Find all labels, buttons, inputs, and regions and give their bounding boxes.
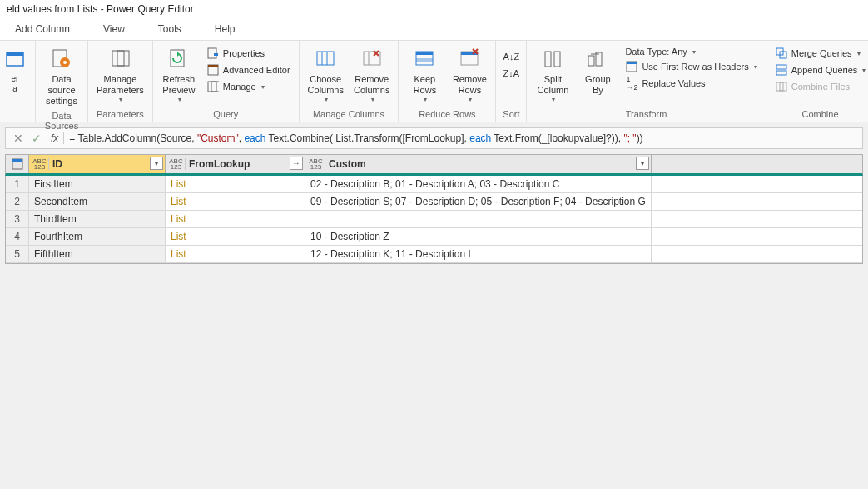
keep-rows-label: Keep Rows [414, 74, 437, 96]
first-row-headers-button[interactable]: Use First Row as Headers [622, 59, 760, 74]
column-filter-button[interactable]: ▾ [150, 157, 163, 170]
cell-fromlookup[interactable]: List [166, 228, 305, 245]
keep-rows-button[interactable]: Keep Rows [404, 44, 445, 106]
remove-columns-button[interactable]: Remove Columns [350, 44, 393, 106]
refresh-preview-button[interactable]: Refresh Preview [158, 44, 200, 106]
formula-bar: ✕ ✓ fx = Table.AddColumn(Source, "Custom… [5, 127, 863, 149]
choose-columns-button[interactable]: Choose Columns [305, 44, 347, 106]
merge-queries-button[interactable]: Merge Queries [771, 46, 868, 61]
data-type-button[interactable]: Data Type: Any [622, 46, 760, 57]
properties-label: Properties [223, 48, 265, 58]
combine-files-button[interactable]: Combine Files [771, 79, 868, 94]
cell-id[interactable]: SecondItem [29, 193, 166, 210]
table-row[interactable]: 5FifthItemList12 - Description K; 11 - D… [6, 246, 862, 263]
tab-add-column[interactable]: Add Column [8, 18, 77, 40]
group-by-button[interactable]: Group By [577, 44, 618, 97]
grid-icon [2, 46, 28, 72]
formula-text: )) [637, 132, 643, 144]
cell-fromlookup[interactable]: List [166, 193, 305, 210]
replace-icon: 1→2 [625, 77, 638, 90]
svg-rect-24 [545, 52, 551, 67]
formula-input[interactable]: = Table.AddColumn(Source, "Custom", each… [64, 132, 859, 144]
svg-rect-14 [317, 52, 334, 65]
data-grid: ABC 123 ID ▾ ABC 123 FromLookup ↔ ABC 12… [5, 154, 863, 264]
parameters-icon [107, 46, 133, 72]
group-label [0, 107, 30, 122]
grid-body: 1FirstItemList02 - Description B; 01 - D… [5, 176, 863, 264]
sort-desc-icon: Z↓A [504, 67, 518, 80]
svg-rect-5 [112, 51, 124, 66]
tab-help[interactable]: Help [208, 18, 242, 40]
table-row[interactable]: 1FirstItemList02 - Description B; 01 - D… [6, 176, 862, 193]
svg-rect-12 [208, 82, 216, 92]
expand-column-button[interactable]: ↔ [290, 157, 303, 170]
cell-id[interactable]: ThirdItem [29, 211, 166, 227]
row-number: 3 [6, 211, 29, 227]
manage-button[interactable]: Manage [203, 79, 294, 94]
sort-asc-button[interactable]: A↓Z [501, 49, 521, 64]
enter-data-label: era [12, 74, 19, 94]
ribbon-tabs: Add Column View Tools Help [0, 18, 868, 41]
svg-rect-29 [627, 62, 637, 64]
append-icon [775, 63, 788, 77]
formula-cancel-button[interactable]: ✕ [9, 132, 27, 145]
fx-icon[interactable]: fx [46, 132, 64, 144]
cell-custom[interactable] [305, 211, 652, 227]
svg-rect-20 [416, 52, 433, 55]
remove-rows-button[interactable]: Remove Rows [449, 44, 490, 106]
advanced-editor-button[interactable]: Advanced Editor [203, 62, 294, 77]
sort-desc-button[interactable]: Z↓A [501, 66, 521, 81]
replace-values-button[interactable]: 1→2 Replace Values [622, 76, 760, 91]
table-row[interactable]: 3ThirdItemList [6, 211, 862, 228]
merge-label: Merge Queries [791, 48, 852, 58]
cell-id[interactable]: FourthItem [29, 228, 166, 245]
data-source-settings-button[interactable]: Data source settings [41, 44, 82, 109]
manage-parameters-button[interactable]: Manage Parameters [93, 44, 147, 106]
ribbon: era Data source settings Data Sources Ma… [0, 41, 868, 122]
type-any-icon: ABC 123 [309, 158, 325, 170]
grid-header-row: ABC 123 ID ▾ ABC 123 FromLookup ↔ ABC 12… [5, 154, 863, 176]
cell-custom[interactable]: 10 - Description Z [305, 228, 652, 245]
merge-icon [775, 47, 788, 60]
group-query: Query [158, 107, 294, 122]
column-title: FromLookup [189, 158, 250, 170]
row-number: 2 [6, 193, 29, 210]
cell-custom[interactable]: 09 - Description S; 07 - Description D; … [305, 193, 652, 210]
row-number: 4 [6, 228, 29, 245]
table-row[interactable]: 4FourthItemList10 - Description Z [6, 228, 862, 246]
enter-data-button[interactable]: era [0, 44, 30, 96]
table-options-button[interactable] [6, 155, 29, 173]
tab-view[interactable]: View [97, 18, 131, 40]
type-any-icon: ABC 123 [32, 158, 49, 170]
table-row[interactable]: 2SecondItemList09 - Description S; 07 - … [6, 193, 862, 211]
properties-icon [206, 47, 220, 60]
cell-custom[interactable]: 12 - Description K; 11 - Description L [305, 246, 652, 262]
cell-id[interactable]: FifthItem [29, 246, 166, 262]
group-by-label: Group By [585, 74, 611, 96]
formula-accept-button[interactable]: ✓ [27, 132, 46, 145]
column-filter-button[interactable]: ▾ [636, 157, 649, 170]
cell-fromlookup[interactable]: List [166, 211, 305, 227]
column-header-id[interactable]: ABC 123 ID ▾ [29, 155, 166, 173]
refresh-icon [166, 46, 192, 72]
remove-columns-label: Remove Columns [354, 74, 389, 96]
data-source-label: Data source settings [44, 74, 79, 107]
remove-rows-label: Remove Rows [453, 74, 487, 96]
tab-tools[interactable]: Tools [151, 18, 188, 40]
cell-fromlookup[interactable]: List [166, 246, 305, 262]
first-row-label: Use First Row as Headers [642, 62, 748, 72]
cell-custom[interactable]: 02 - Description B; 01 - Description A; … [305, 176, 652, 192]
column-title: Custom [329, 158, 366, 170]
window-title: eld values from Lists - Power Query Edit… [0, 0, 868, 18]
column-header-fromlookup[interactable]: ABC 123 FromLookup ↔ [166, 155, 305, 173]
cell-fromlookup[interactable]: List [166, 176, 305, 192]
group-combine: Combine [771, 107, 868, 122]
remove-rows-icon [456, 46, 483, 72]
cell-id[interactable]: FirstItem [29, 176, 166, 192]
split-column-button[interactable]: Split Column [532, 44, 573, 106]
svg-rect-32 [776, 65, 786, 69]
svg-rect-9 [214, 53, 218, 56]
properties-button[interactable]: Properties [203, 46, 294, 61]
column-header-custom[interactable]: ABC 123 Custom ▾ [305, 155, 652, 173]
append-queries-button[interactable]: Append Queries [771, 62, 868, 77]
